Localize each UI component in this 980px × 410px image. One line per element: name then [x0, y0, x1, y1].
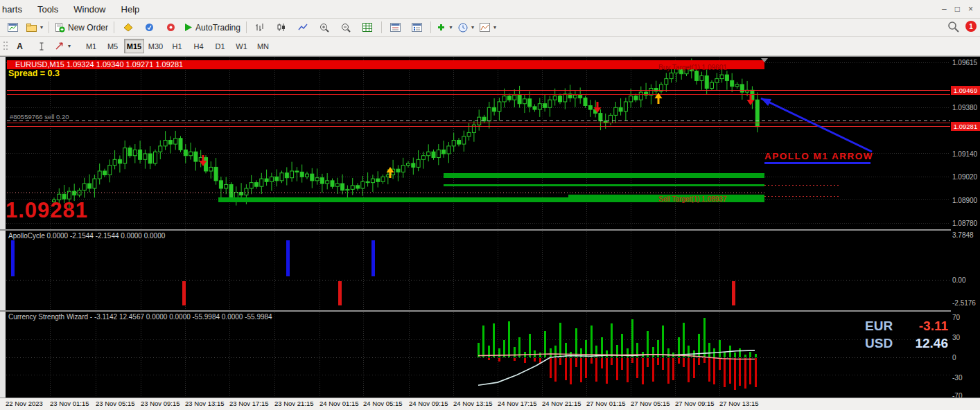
timeframe-w1[interactable]: W1: [231, 39, 252, 53]
restore-icon[interactable]: □: [955, 4, 960, 14]
candles-layer-el: [624, 102, 627, 112]
candles-layer-el: [619, 107, 622, 112]
bar-chart-button[interactable]: [250, 19, 271, 36]
text-label-button[interactable]: A: [9, 38, 30, 55]
toolbar-separator: [246, 21, 247, 33]
candlestick-chart-button[interactable]: [271, 19, 292, 36]
csw-bars-el: [616, 358, 618, 380]
timeframe-h4[interactable]: H4: [189, 39, 209, 53]
bar-chart-icon-el: [256, 24, 263, 31]
timeframe-d1[interactable]: D1: [210, 39, 230, 53]
timeframe-m15[interactable]: M15: [124, 39, 144, 53]
navigator-icon: [412, 23, 422, 32]
candles-layer-el: [639, 92, 642, 100]
csw-bars-el: [580, 358, 582, 382]
apollo-cycle-panel[interactable]: ApolloCycle 0.0000 -2.1544 -2.1544 0.000…: [6, 231, 951, 310]
notification-badge[interactable]: 1: [965, 21, 977, 32]
csw-bars-el: [621, 358, 623, 370]
autotrading-button[interactable]: AutoTrading: [182, 19, 243, 36]
new-chart-button[interactable]: [2, 19, 24, 36]
chevron-down-icon: ▾: [68, 43, 71, 49]
minimize-icon[interactable]: –: [942, 4, 947, 14]
main-chart-canvas[interactable]: EURUSD,M15 1.09324 1.09340 1.09271 1.092…: [6, 57, 951, 229]
price-scale-label: 1.08900: [952, 197, 977, 204]
candles-layer-el: [452, 141, 455, 146]
chart-profiles-icon: [26, 23, 37, 32]
csw-bars-el: [683, 358, 685, 367]
data-window-button[interactable]: [385, 19, 406, 36]
search-button[interactable]: [947, 21, 959, 33]
usd-label: USD: [865, 335, 893, 352]
periods-button[interactable]: ▾: [455, 19, 477, 36]
candles-layer-el: [194, 152, 198, 161]
candles-layer-el: [366, 181, 369, 182]
grip-handle-icon-el-el: [3, 48, 5, 50]
timeframe-h1[interactable]: H1: [167, 39, 187, 53]
candles-layer-el: [376, 179, 380, 181]
candles-layer-el: [174, 139, 177, 144]
indicators-button[interactable]: ▾: [434, 19, 455, 36]
market-button[interactable]: [139, 19, 160, 36]
csw-bars-el: [739, 348, 741, 357]
navigator-button[interactable]: [406, 19, 428, 36]
time-axis-label: 27 Nov 05:15: [631, 400, 670, 407]
bar-chart-icon: [255, 23, 265, 32]
zoom-out-button[interactable]: [335, 19, 357, 36]
close-icon[interactable]: ×: [968, 4, 973, 14]
grip-handle-icon-el-el: [3, 42, 5, 43]
candles-layer-el: [421, 156, 425, 160]
sell-arrow-icon-el: [747, 100, 755, 105]
candles-layer-el: [559, 96, 562, 102]
candles-layer-el: [164, 141, 167, 146]
clock-icon: [458, 23, 468, 33]
csw-bars-el: [554, 358, 557, 382]
timeframe-m1[interactable]: M1: [81, 39, 101, 53]
candlestick-icon: [277, 23, 286, 32]
currency-strength-canvas[interactable]: Currency Strength Wizard - -3.1142 12.45…: [6, 312, 951, 398]
expert-advisors-button[interactable]: [117, 19, 139, 36]
templates-button[interactable]: ▾: [477, 19, 499, 36]
new-order-button[interactable]: New Order: [52, 19, 111, 36]
timeframe-m30[interactable]: M30: [146, 39, 166, 53]
time-axis-label: 24 Nov 01:15: [320, 400, 359, 407]
currency-strength-panel[interactable]: Currency Strength Wizard - -3.1142 12.45…: [6, 312, 951, 398]
menu-window[interactable]: Window: [66, 4, 113, 15]
menu-help[interactable]: Help: [114, 4, 148, 15]
price-scale-label: 30: [952, 334, 960, 341]
line-chart-button[interactable]: [292, 19, 314, 36]
buy-arrow-icon-el: [390, 172, 392, 178]
time-axis[interactable]: 22 Nov 202323 Nov 01:1523 Nov 05:1523 No…: [0, 398, 980, 410]
timeframe-mn[interactable]: MN: [253, 39, 273, 53]
open-order-label: #80559766 sell 0.20: [10, 113, 69, 121]
price-scale[interactable]: 1.094691.092811.096151.093801.091401.090…: [951, 57, 980, 398]
candles-layer-el: [670, 73, 673, 78]
text-cursor-button[interactable]: [30, 38, 52, 55]
menu-charts-partial[interactable]: harts: [0, 4, 30, 15]
csw-title: Currency Strength Wizard - -3.1142 12.45…: [8, 313, 272, 321]
time-axis-label: 24 Nov 21:15: [542, 400, 581, 407]
candles-layer-el: [518, 95, 521, 104]
candles-layer-el: [584, 98, 587, 105]
grip-handle-icon[interactable]: [2, 40, 9, 53]
csw-bars-el: [498, 358, 500, 362]
signals-icon: [166, 23, 175, 32]
candles-layer-el: [695, 71, 699, 81]
csw-bars-el: [672, 358, 674, 380]
candles-layer-el: [462, 136, 466, 144]
timeframe-m5[interactable]: M5: [103, 39, 123, 53]
candles-layer-el: [209, 167, 213, 171]
apollo-cycle-canvas[interactable]: ApolloCycle 0.0000 -2.1544 -2.1544 0.000…: [6, 231, 951, 310]
menu-tools[interactable]: Tools: [30, 4, 66, 15]
chart-title-ohlc: EURUSD,M15 1.09324 1.09340 1.09271 1.092…: [15, 60, 183, 69]
zoom-in-button[interactable]: [314, 19, 335, 36]
apollo-bars-el: [182, 281, 186, 305]
csw-bars-el: [749, 358, 751, 384]
candles-layer-el: [533, 107, 536, 109]
main-chart-panel[interactable]: EURUSD,M15 1.09324 1.09340 1.09271 1.092…: [6, 57, 951, 229]
csw-bars-el: [595, 358, 597, 382]
price-scale-label: -2.5176: [952, 299, 976, 307]
shapes-button[interactable]: ▾: [52, 38, 73, 55]
profiles-button[interactable]: ▾: [24, 19, 46, 36]
strategy-tester-button[interactable]: [357, 19, 378, 36]
signals-button[interactable]: [160, 19, 182, 36]
